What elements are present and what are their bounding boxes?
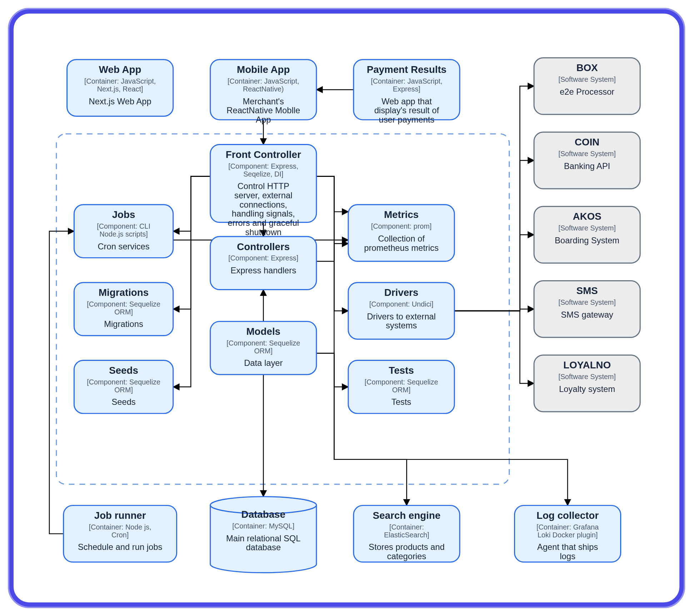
- node-title: Tests: [389, 365, 414, 376]
- node-title: Search engine: [373, 510, 440, 521]
- node-title: Migrations: [99, 287, 149, 298]
- node-log-collector: Log collector[Container: GrafanaLoki Doc…: [514, 506, 620, 562]
- node-search-engine: Search engine[Container:ElasticSearch]St…: [354, 506, 460, 562]
- node-title: Front Controller: [226, 149, 301, 160]
- edge-drivers-to-coin: [454, 160, 534, 311]
- node-subtitle: [Component: CLINode.js scripts]: [97, 222, 150, 238]
- edge-drivers-to-akos: [454, 235, 534, 311]
- node-title: Drivers: [384, 287, 419, 298]
- node-coin: COIN[Software System]Banking API: [534, 132, 640, 189]
- node-title: Seeds: [109, 365, 138, 376]
- node-description: Data layer: [244, 358, 283, 368]
- node-title: Log collector: [537, 510, 599, 521]
- node-payment-results: Payment Results[Container: JavaScript,Ex…: [354, 60, 460, 124]
- node-controllers: Controllers[Component: Express]Express h…: [210, 237, 316, 290]
- edge-front-controller-to-seeds: [173, 177, 210, 387]
- node-title: Mobile App: [237, 64, 290, 75]
- node-web-app: Web App[Container: JavaScript,Next.js, R…: [67, 60, 173, 116]
- node-subtitle: [Container: GrafanaLoki Docker plugin]: [537, 523, 599, 539]
- node-description: Control HTTPserver, externalconnections,…: [228, 181, 299, 237]
- node-description: SMS gateway: [561, 310, 613, 319]
- node-description: e2e Processor: [560, 87, 614, 96]
- node-title: Models: [246, 326, 281, 337]
- node-title: Controllers: [237, 241, 290, 252]
- node-title: Payment Results: [367, 64, 447, 75]
- node-models: Models[Component: SequelizeORM]Data laye…: [210, 322, 316, 375]
- node-title: Jobs: [112, 209, 135, 220]
- node-description: Schedule and run jobs: [78, 542, 162, 552]
- node-subtitle: [Software System]: [558, 298, 616, 306]
- edge-front-controller-to-jobs: [173, 177, 210, 232]
- node-title: Database: [241, 509, 285, 520]
- node-title: Job runner: [94, 510, 146, 521]
- node-title: Web App: [99, 64, 141, 75]
- node-subtitle: [Container: MySQL]: [232, 522, 294, 530]
- node-subtitle: [Component: Express]: [228, 254, 298, 262]
- edge-drivers-to-box: [454, 86, 534, 311]
- node-title: BOX: [576, 62, 598, 73]
- node-mobile-app: Mobile App[Container: JavaScript,ReactNa…: [210, 60, 316, 124]
- node-description: Next.js Web App: [89, 96, 151, 106]
- node-subtitle: [Component: Undici]: [369, 300, 433, 308]
- node-metrics: Metrics[Component: prom]Collection ofpro…: [348, 205, 454, 261]
- node-subtitle: [Component: prom]: [371, 222, 432, 230]
- node-tests: Tests[Component: SequelizeORM]Tests: [348, 361, 454, 414]
- node-description: Banking API: [564, 161, 610, 171]
- edge-front-controller-to-metrics: [316, 177, 348, 212]
- edge-front-controller-to-tests: [316, 177, 348, 387]
- edge-front-controller-to-migrations: [173, 177, 210, 309]
- node-description: Migrations: [104, 319, 143, 329]
- node-subtitle: [Software System]: [558, 224, 616, 232]
- node-front-controller: Front Controller[Component: Express,Seqe…: [210, 144, 316, 237]
- node-subtitle: [Software System]: [558, 75, 616, 83]
- node-title: Metrics: [384, 209, 419, 220]
- node-job-runner: Job runner[Container: Node js,Cron]Sched…: [64, 506, 177, 562]
- node-sms: SMS[Software System]SMS gateway: [534, 281, 640, 337]
- node-subtitle: [Container:ElasticSearch]: [384, 523, 429, 539]
- node-description: Tests: [392, 397, 412, 407]
- node-migrations: Migrations[Component: SequelizeORM]Migra…: [74, 283, 173, 336]
- node-drivers: Drivers[Component: Undici]Drivers to ext…: [348, 283, 454, 339]
- node-description: Web app thatdisplay's result ofuser paym…: [374, 96, 439, 125]
- node-title: COIN: [575, 136, 599, 148]
- edge-controllers-to-metrics: [316, 244, 348, 262]
- node-title: SMS: [576, 285, 598, 296]
- node-description: Loyalty system: [559, 384, 615, 394]
- edge-job-runner-to-jobs: [49, 231, 74, 534]
- node-database: Database[Container: MySQL]Main relationa…: [210, 497, 316, 573]
- node-title: LOYALNO: [563, 359, 611, 371]
- node-seeds: Seeds[Component: SequelizeORM]Seeds: [74, 361, 173, 414]
- node-akos: AKOS[Software System]Boarding System: [534, 207, 640, 263]
- node-title: AKOS: [573, 211, 601, 222]
- node-subtitle: [Software System]: [558, 373, 616, 381]
- node-loyalno: LOYALNO[Software System]Loyalty system: [534, 355, 640, 412]
- node-description: Express handlers: [231, 265, 296, 275]
- node-subtitle: [Software System]: [558, 150, 616, 158]
- node-description: Seeds: [111, 397, 135, 407]
- node-description: Boarding System: [555, 235, 619, 245]
- node-jobs: Jobs[Component: CLINode.js scripts]Cron …: [74, 205, 173, 258]
- node-box: BOX[Software System]e2e Processor: [534, 58, 640, 114]
- edge-drivers-to-loyalno: [454, 311, 534, 383]
- node-description: Cron services: [98, 242, 149, 251]
